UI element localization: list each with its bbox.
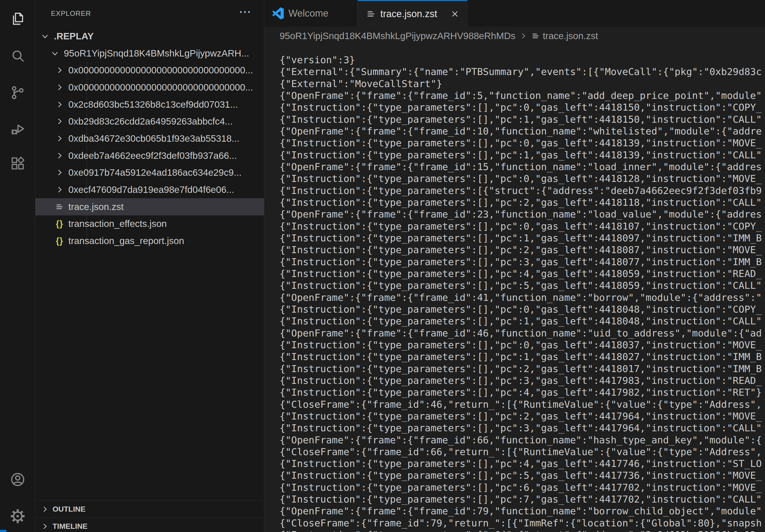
code-line: {"Instruction":{"type_parameters":[],"pc… [280,493,765,505]
code-line: {"Instruction":{"type_parameters":[],"pc… [280,470,765,481]
chevron-right-icon [55,185,64,194]
chevron-right-icon [55,83,64,92]
code-line: {"Instruction":{"type_parameters":[],"pc… [280,351,765,363]
code-line: {"OpenFrame":{"frame":{"frame_id":66,"fu… [280,434,765,446]
chevron-right-icon [55,100,64,109]
code-line: {"OpenFrame":{"frame":{"frame_id":10,"fu… [280,126,765,137]
source-control-icon[interactable] [0,78,35,108]
tree-item[interactable]: 0xdba34672e30cb065b1f93e3ab55318... [35,130,264,147]
chevron-right-icon [40,505,49,514]
code-line: {"Instruction":{"type_parameters":[],"pc… [280,173,765,184]
chevron-right-icon [519,32,527,40]
settings-gear-icon[interactable] [0,501,35,531]
section-label: TIMELINE [53,522,88,531]
tab-label: trace.json.zst [381,8,437,20]
extensions-icon[interactable] [0,149,35,178]
search-icon[interactable] [0,41,35,71]
code-line: {"Instruction":{"type_parameters":[],"pc… [280,482,765,493]
code-line: {"Instruction":{"type_parameters":[],"pc… [280,137,765,149]
code-line: {"Instruction":{"type_parameters":[],"pc… [280,458,765,470]
chevron-down-icon [40,31,50,41]
tree-item-label: transaction_effects.json [68,218,167,229]
code-line: {"OpenFrame":{"frame":{"frame_id":5,"fun… [280,90,765,102]
tree-item[interactable]: 0xdeeb7a4662eec9f2f3def03fb937a66... [35,147,264,164]
tree-item-label: 95oR1YipjSnqd18K4BMshkLgPijypwzARH... [64,48,249,59]
close-icon[interactable] [449,8,461,20]
activity-bar [0,0,35,532]
tree-item-label: transaction_gas_report.json [68,235,184,246]
code-line: {"OpenFrame":{"frame":{"frame_id":23,"fu… [280,208,765,220]
code-line: {"OpenFrame":{"frame":{"frame_id":79,"fu… [280,505,765,517]
tab-trace-json-zst[interactable]: trace.json.zst [358,0,467,27]
code-line: {"Instruction":{"type_parameters":[],"pc… [280,114,765,126]
more-actions-icon[interactable]: ⋯ [239,2,251,21]
code-line: {"Instruction":{"type_parameters":[],"pc… [280,363,765,375]
tree-item-label: 0xe0917b74a5912e4ad186ac634e29c9... [68,167,242,178]
account-icon[interactable] [0,465,35,494]
sidebar-title: EXPLORER [51,9,91,18]
tree-item[interactable]: 0xecf47609d7da919ea98e7fd04f6e06... [35,181,264,198]
tree-item[interactable]: trace.json.zst [35,198,264,215]
editor-group: Welcome trace.json.zst 95oR1YipjSnqd18K4… [264,0,765,532]
code-line: {"Instruction":{"type_parameters":[],"pc… [280,244,765,256]
tab-welcome[interactable]: Welcome [264,0,358,27]
breadcrumb: 95oR1YipjSnqd18K4BMshkLgPijypwzARHV988eR… [264,27,765,45]
code-line: {"Instruction":{"type_parameters":[],"pc… [280,232,765,244]
code-line: {"CloseFrame":{"frame_id":46,"return_":[… [280,399,765,410]
tree-item[interactable]: 0xe0917b74a5912e4ad186ac634e29c9... [35,164,264,181]
tree-item-label: 0x00000000000000000000000000000000... [68,82,253,93]
code-line: {"OpenFrame":{"frame":{"frame_id":15,"fu… [280,161,765,173]
file-lines-icon [366,9,376,19]
tree-item-label: 0xdeeb7a4662eec9f2f3def03fb937a66... [68,150,237,161]
section-label: OUTLINE [53,505,86,513]
code-line: {"Instruction":{"type_parameters":[],"pc… [280,268,765,280]
sidebar-section-timeline[interactable]: TIMELINE [35,518,264,532]
chevron-right-icon [55,168,64,177]
chevron-right-icon [55,65,64,75]
run-and-debug-icon[interactable] [0,115,35,144]
breadcrumb-file[interactable]: trace.json.zst [543,31,598,41]
code-line: {"Instruction":{"type_parameters":[],"pc… [280,256,765,268]
code-line: {"OpenFrame":{"frame":{"frame_id":46,"fu… [280,327,765,339]
chevron-right-icon [55,151,64,160]
tree-item[interactable]: 95oR1YipjSnqd18K4BMshkLgPijypwzARH... [35,45,264,62]
code-line: {"Instruction":{"type_parameters":[],"pc… [280,280,765,291]
editor-content[interactable]: {"version":3}{"External":{"Summary":{"na… [264,45,765,532]
tree-item[interactable]: {}transaction_gas_report.json [35,232,264,249]
sidebar-section-outline[interactable]: OUTLINE [35,500,264,518]
explorer-sidebar: EXPLORER ⋯ .REPLAY95oR1YipjSnqd18K4BMshk… [35,0,264,532]
code-line: {"Instruction":{"type_parameters":[],"pc… [280,422,765,434]
tree-item[interactable]: 0x00000000000000000000000000000000... [35,79,264,96]
explorer-icon[interactable] [0,4,35,34]
code-line: {"OpenFrame":{"frame":{"frame_id":41,"fu… [280,292,765,304]
json-braces-icon: {} [55,219,64,228]
code-line: {"External":"MoveCallStart"} [280,78,765,90]
code-line: {"Instruction":{"type_parameters":[{"str… [280,185,765,197]
code-line: {"Instruction":{"type_parameters":[],"pc… [280,315,765,327]
code-line: {"Instruction":{"type_parameters":[],"pc… [280,102,765,113]
code-line: {"Instruction":{"type_parameters":[],"pc… [280,410,765,422]
tab-bar: Welcome trace.json.zst [264,0,765,27]
tree-item[interactable]: 0xb29d83c26cdd2a64959263abbcfc4... [35,113,264,130]
tree-item-label: .REPLAY [54,31,94,42]
vscode-logo-icon [272,7,284,20]
code-lines: {"version":3}{"External":{"Summary":{"na… [280,54,765,532]
tree-item-label: 0xecf47609d7da919ea98e7fd04f6e06... [68,184,234,195]
tree-item[interactable]: .REPLAY [35,28,264,45]
chevron-down-icon [50,49,60,58]
code-line: {"Instruction":{"type_parameters":[],"pc… [280,197,765,208]
json-braces-icon: {} [55,236,64,246]
sidebar-header: EXPLORER ⋯ [35,0,264,27]
breadcrumb-folder[interactable]: 95oR1YipjSnqd18K4BMshkLgPijypwzARHV988eR… [280,31,515,41]
code-line: {"CloseFrame":{"frame_id":79,"return_":[… [280,517,765,529]
file-lines-icon [55,202,64,212]
remote-indicator-corner[interactable] [0,530,6,532]
tree-item-label: 0xdba34672e30cb065b1f93e3ab55318... [68,133,239,144]
code-line: {"Instruction":{"type_parameters":[],"pc… [280,375,765,387]
chevron-right-icon [55,134,64,143]
code-line: {"Instruction":{"type_parameters":["u64"… [280,529,765,532]
tree-item[interactable]: 0x00000000000000000000000000000000... [35,62,264,79]
tree-item-label: 0x2c8d603bc51326b8c13cef9dd07031... [68,99,238,110]
tree-item[interactable]: {}transaction_effects.json [35,215,264,232]
tree-item[interactable]: 0x2c8d603bc51326b8c13cef9dd07031... [35,96,264,113]
